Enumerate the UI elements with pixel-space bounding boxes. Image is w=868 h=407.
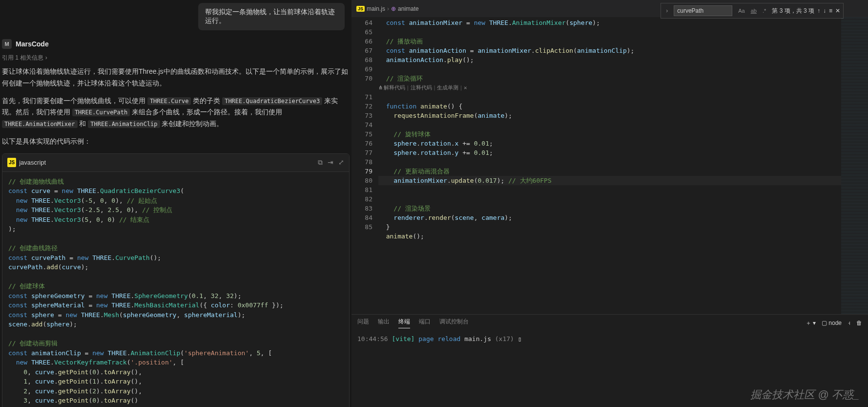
terminal-tab[interactable]: 输出 <box>378 318 390 328</box>
split-terminal-icon[interactable]: ⫞ <box>847 320 850 326</box>
code-actions: ⧉ ⇥ ⤢ <box>318 157 344 169</box>
find-widget[interactable]: › Aa ab .* 第 3 项，共 3 项 ↑ ↓ ≡ ✕ <box>661 3 844 19</box>
codelens-explain[interactable]: 解释代码 <box>384 83 405 92</box>
chevron-right-icon: › <box>387 5 389 12</box>
response-para-3: 以下是具体实现的代码示例： <box>2 136 350 148</box>
breadcrumb-function[interactable]: animate <box>398 5 419 12</box>
terminal-tab[interactable]: 调试控制台 <box>439 318 469 328</box>
code-block: JS javascript ⧉ ⇥ ⤢ // 创建抛物线曲线 const cur… <box>2 153 350 407</box>
kill-terminal-icon[interactable]: 🗑 <box>856 320 862 326</box>
assistant-response: 要让球体沿着抛物线轨迹运行，我们需要使用Three.js中的曲线函数和动画技术。… <box>0 66 351 407</box>
new-terminal-icon[interactable]: ＋ ▾ <box>806 319 816 327</box>
terminal-tab-list: 问题输出终端端口调试控制台 <box>357 318 469 328</box>
inline-code: THREE.AnimationClip <box>88 120 160 128</box>
assistant-name: MarsCode <box>16 40 49 48</box>
find-input[interactable] <box>674 5 732 16</box>
editor-body: 64656667686970 7172737475767778798081828… <box>351 17 868 314</box>
codelens-comment[interactable]: 注释代码 <box>411 83 432 92</box>
find-close-icon[interactable]: ✕ <box>835 7 840 14</box>
marscode-icon: M <box>2 39 12 49</box>
editor-panel: JS main.js › ⊕ animate › Aa ab .* 第 3 项，… <box>351 0 868 407</box>
response-para-2: 首先，我们需要创建一个抛物线曲线，可以使用 THREE.Curve 类的子类 T… <box>2 95 350 130</box>
codelens-close-icon[interactable]: ✕ <box>464 83 467 92</box>
find-selection-icon[interactable]: ≡ <box>829 7 832 14</box>
find-options: Aa ab .* <box>736 6 768 15</box>
find-status: 第 3 项，共 3 项 <box>772 7 814 15</box>
match-case-icon[interactable]: Aa <box>736 6 746 15</box>
code-content: // 创建抛物线曲线 const curve = new THREE.Quadr… <box>2 172 349 407</box>
terminal-tab[interactable]: 问题 <box>357 318 369 328</box>
marscode-codelens-icon: ⋔ <box>378 83 383 92</box>
insert-code-icon[interactable]: ⇥ <box>328 157 333 169</box>
find-toggle-replace-icon[interactable]: › <box>664 7 670 14</box>
code-language-label: JS javascript <box>7 157 46 168</box>
js-badge-icon: JS <box>7 158 16 167</box>
find-prev-icon[interactable]: ↑ <box>817 7 820 14</box>
user-message: 帮我拟定一条抛物线，让当前球体沿着轨迹运行。 <box>198 3 345 30</box>
codelens-gentest[interactable]: 生成单测 <box>437 83 458 92</box>
chat-panel: 帮我拟定一条抛物线，让当前球体沿着轨迹运行。 M MarsCode 引用 1 相… <box>0 0 351 407</box>
find-next-icon[interactable]: ↓ <box>823 7 826 14</box>
expand-code-icon[interactable]: ⤢ <box>338 157 344 169</box>
js-badge-icon: JS <box>356 6 365 12</box>
terminal-tabs: 问题输出终端端口调试控制台 ＋ ▾ ▢ node ⫞ 🗑 <box>351 315 868 331</box>
terminal-tab[interactable]: 端口 <box>419 318 431 328</box>
regex-icon[interactable]: .* <box>761 6 768 15</box>
inline-code: THREE.AnimationMixer <box>2 120 78 128</box>
minimap[interactable] <box>841 17 868 314</box>
copy-code-icon[interactable]: ⧉ <box>318 157 323 169</box>
find-navigation: 第 3 项，共 3 项 ↑ ↓ ≡ ✕ <box>772 7 840 15</box>
line-gutter: 64656667686970 7172737475767778798081828… <box>351 17 378 314</box>
function-icon: ⊕ <box>391 5 396 12</box>
terminal-actions: ＋ ▾ ▢ node ⫞ 🗑 <box>806 319 862 327</box>
codelens: ⋔ 解释代码 | 注释代码 | 生成单测 | ✕ <box>378 83 841 92</box>
terminal-body[interactable]: 10:44:56 [vite] page reload main.js (x17… <box>351 331 868 407</box>
code-area[interactable]: const animationMixer = new THREE.Animati… <box>378 17 841 314</box>
reference-link[interactable]: 引用 1 相关信息 › <box>0 53 351 66</box>
code-block-header: JS javascript ⧉ ⇥ ⤢ <box>2 154 349 172</box>
terminal-panel: 问题输出终端端口调试控制台 ＋ ▾ ▢ node ⫞ 🗑 10:44:56 [v… <box>351 314 868 407</box>
breadcrumb[interactable]: JS main.js › ⊕ animate <box>356 5 419 12</box>
response-para-1: 要让球体沿着抛物线轨迹运行，我们需要使用Three.js中的曲线函数和动画技术。… <box>2 66 350 89</box>
breadcrumb-file[interactable]: main.js <box>367 5 385 12</box>
terminal-node-label[interactable]: ▢ node <box>822 320 842 326</box>
inline-code: THREE.Curve <box>147 97 191 105</box>
assistant-header: M MarsCode <box>0 35 351 53</box>
match-word-icon[interactable]: ab <box>749 6 759 15</box>
inline-code: THREE.QuadraticBezierCurve3 <box>222 97 322 105</box>
terminal-tab[interactable]: 终端 <box>398 318 410 328</box>
inline-code: THREE.CurvePath <box>72 108 130 116</box>
